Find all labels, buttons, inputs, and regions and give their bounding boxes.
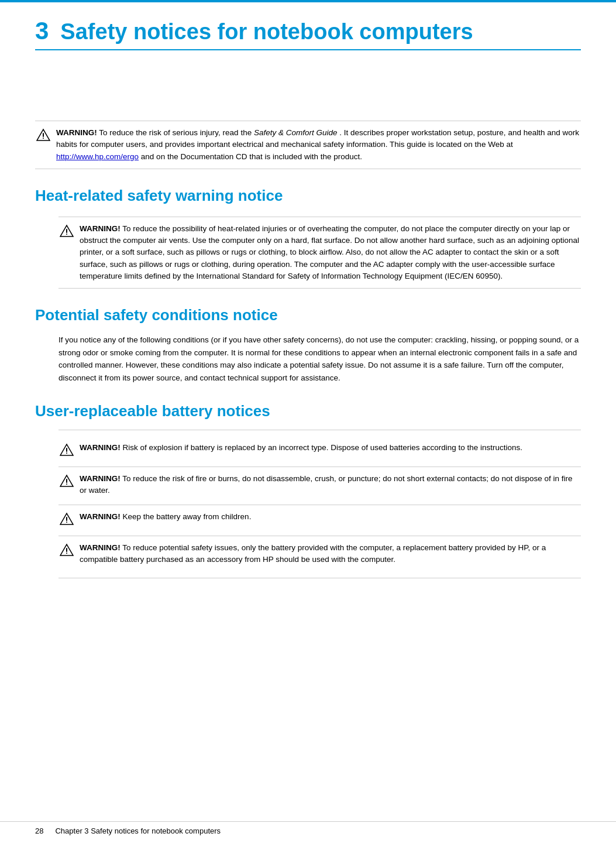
battery-warning-4: WARNING! To reduce potential safety issu… bbox=[58, 536, 581, 566]
battery-warning-text-1: WARNING! Risk of explosion if battery is… bbox=[80, 442, 581, 454]
spacer bbox=[35, 97, 581, 109]
svg-point-4 bbox=[66, 522, 67, 523]
page-container: 3 Safety notices for notebook computers … bbox=[0, 0, 616, 847]
page-footer: 28 Chapter 3 Safety notices for notebook… bbox=[0, 821, 616, 835]
battery-section-heading: User-replaceable battery notices bbox=[35, 402, 581, 420]
battery-warning-icon-4 bbox=[58, 542, 75, 558]
heat-warning-label: WARNING! bbox=[80, 224, 121, 233]
footer-chapter-label: Chapter 3 Safety notices for notebook co… bbox=[55, 827, 221, 835]
battery-warning-icon-3 bbox=[58, 511, 75, 527]
svg-point-3 bbox=[66, 483, 67, 485]
heat-section-heading: Heat-related safety warning notice bbox=[35, 187, 581, 205]
page-content: 3 Safety notices for notebook computers … bbox=[0, 0, 616, 578]
svg-point-0 bbox=[43, 138, 44, 139]
warning-link[interactable]: http://www.hp.com/ergo bbox=[56, 152, 139, 161]
chapter-title: Safety notices for notebook computers bbox=[60, 20, 473, 44]
battery-warning-1: WARNING! Risk of explosion if battery is… bbox=[58, 442, 581, 458]
battery-warning-icon-1 bbox=[58, 442, 75, 458]
svg-point-2 bbox=[66, 452, 67, 454]
battery-warnings-container: WARNING! Risk of explosion if battery is… bbox=[58, 430, 581, 578]
battery-warning-label-1: WARNING! bbox=[80, 443, 121, 452]
battery-warning-text-4: WARNING! To reduce potential safety issu… bbox=[80, 542, 581, 566]
warning-italic: Safety & Comfort Guide bbox=[254, 128, 338, 137]
warning-text-1: To reduce the risk of serious injury, re… bbox=[99, 128, 254, 137]
heat-warning-text: WARNING! To reduce the possibility of he… bbox=[80, 223, 581, 282]
battery-warning-label-2: WARNING! bbox=[80, 474, 121, 483]
svg-point-5 bbox=[66, 553, 67, 554]
battery-warning-2: WARNING! To reduce the risk of fire or b… bbox=[58, 467, 581, 497]
footer-page-number: 28 bbox=[35, 827, 43, 835]
intro-warning-text: WARNING! To reduce the risk of serious i… bbox=[56, 127, 581, 163]
heat-warning-body: To reduce the possibility of heat-relate… bbox=[80, 224, 579, 280]
spacer bbox=[35, 85, 581, 97]
battery-warning-body-3: Keep the battery away from children. bbox=[123, 512, 252, 521]
battery-warning-label-4: WARNING! bbox=[80, 543, 121, 552]
potential-body: If you notice any of the following condi… bbox=[35, 334, 581, 384]
warning-label: WARNING! bbox=[56, 128, 97, 137]
warning-text-3: and on the Documentation CD that is incl… bbox=[141, 152, 362, 161]
battery-warning-text-3: WARNING! Keep the battery away from chil… bbox=[80, 511, 581, 523]
battery-warning-3: WARNING! Keep the battery away from chil… bbox=[58, 505, 581, 527]
warning-icon bbox=[35, 127, 51, 143]
potential-section-heading: Potential safety conditions notice bbox=[35, 306, 581, 324]
heat-warning-icon bbox=[58, 223, 75, 239]
intro-warning-block: WARNING! To reduce the risk of serious i… bbox=[35, 121, 581, 169]
svg-point-1 bbox=[66, 234, 67, 235]
battery-warning-label-3: WARNING! bbox=[80, 512, 121, 521]
spacer bbox=[35, 74, 581, 85]
top-border-line bbox=[0, 0, 616, 2]
chapter-heading: 3 Safety notices for notebook computers bbox=[35, 18, 581, 50]
battery-warning-body-2: To reduce the risk of fire or burns, do … bbox=[80, 474, 572, 495]
battery-warning-body-4: To reduce potential safety issues, only … bbox=[80, 543, 546, 564]
battery-warning-text-2: WARNING! To reduce the risk of fire or b… bbox=[80, 473, 581, 497]
chapter-number: 3 bbox=[35, 18, 49, 44]
battery-warning-body-1: Risk of explosion if battery is replaced… bbox=[123, 443, 523, 452]
heat-warning-block: WARNING! To reduce the possibility of he… bbox=[58, 217, 581, 289]
battery-warning-icon-2 bbox=[58, 473, 75, 489]
